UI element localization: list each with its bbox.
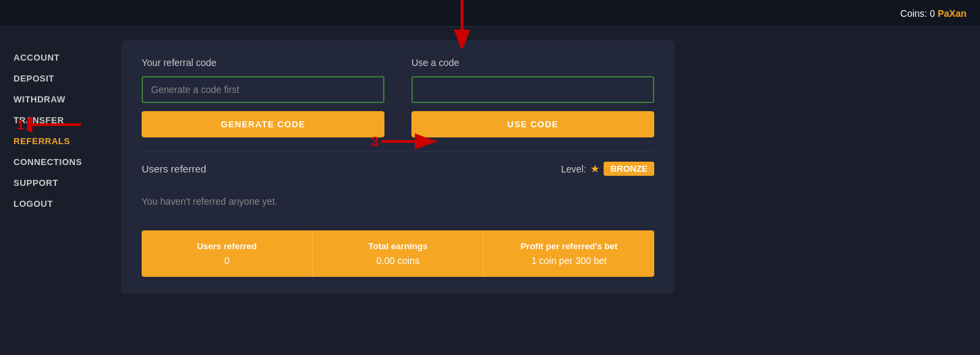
stat-cell-users: Users referred 0 <box>142 230 313 277</box>
stat-users-label: Users referred <box>152 241 301 251</box>
level-badge-container: Level: ★ BRONZE <box>561 162 654 176</box>
generate-code-button[interactable]: GENERATE CODE <box>142 111 384 137</box>
sidebar-item-logout[interactable]: LOGOUT <box>13 193 94 214</box>
sidebar-item-deposit[interactable]: DEPOSIT <box>13 68 94 89</box>
users-referred-row: Users referred Level: ★ BRONZE <box>142 162 654 176</box>
stat-profit-value: 1 coin per 300 bet <box>494 255 643 266</box>
use-code-section: Use a code USE CODE <box>411 57 654 137</box>
header: Coins: 0 PaXan <box>0 0 980 27</box>
users-referred-label: Users referred <box>142 163 206 174</box>
stat-profit-label: Profit per referred's bet <box>494 241 643 251</box>
use-code-label: Use a code <box>411 57 654 68</box>
use-code-input[interactable] <box>411 76 654 103</box>
your-code-label: Your referral code <box>142 57 384 68</box>
section-divider <box>142 151 654 152</box>
username-label[interactable]: PaXan <box>938 8 967 19</box>
sidebar-item-referrals[interactable]: REFERRALS <box>13 131 94 152</box>
use-code-button[interactable]: USE CODE <box>411 111 654 137</box>
stat-cell-earnings: Total earnings 0.00 coins <box>313 230 484 277</box>
sidebar-item-connections[interactable]: CONNECTIONS <box>13 152 94 172</box>
coins-label: Coins: 0 <box>900 8 935 19</box>
sidebar-item-support[interactable]: SUPPORT <box>13 172 94 193</box>
sidebar-item-account[interactable]: ACCOUNT <box>13 47 94 68</box>
sidebar: ACCOUNT DEPOSIT WITHDRAW TRANSFER REFERR… <box>0 27 108 355</box>
annotation-container: Your referral code GENERATE CODE Use a c… <box>121 40 967 294</box>
no-referrals-message: You haven't referred anyone yet. <box>142 186 654 217</box>
sidebar-item-transfer[interactable]: TRANSFER <box>13 110 94 131</box>
stat-cell-profit: Profit per referred's bet 1 coin per 300… <box>484 230 654 277</box>
bronze-badge: BRONZE <box>604 162 654 176</box>
stat-users-value: 0 <box>152 255 301 266</box>
stat-earnings-label: Total earnings <box>324 241 473 251</box>
sidebar-item-withdraw[interactable]: WITHDRAW <box>13 89 94 110</box>
your-code-section: Your referral code GENERATE CODE <box>142 57 384 137</box>
content-area: Your referral code GENERATE CODE Use a c… <box>108 27 980 355</box>
referral-card: Your referral code GENERATE CODE Use a c… <box>121 40 674 294</box>
stats-row: Users referred 0 Total earnings 0.00 coi… <box>142 230 654 277</box>
level-label: Level: <box>561 164 586 174</box>
star-icon: ★ <box>590 162 600 175</box>
your-code-input[interactable] <box>142 76 384 103</box>
stat-earnings-value: 0.00 coins <box>324 255 473 266</box>
referral-top-section: Your referral code GENERATE CODE Use a c… <box>142 57 654 137</box>
main-layout: ACCOUNT DEPOSIT WITHDRAW TRANSFER REFERR… <box>0 27 980 355</box>
